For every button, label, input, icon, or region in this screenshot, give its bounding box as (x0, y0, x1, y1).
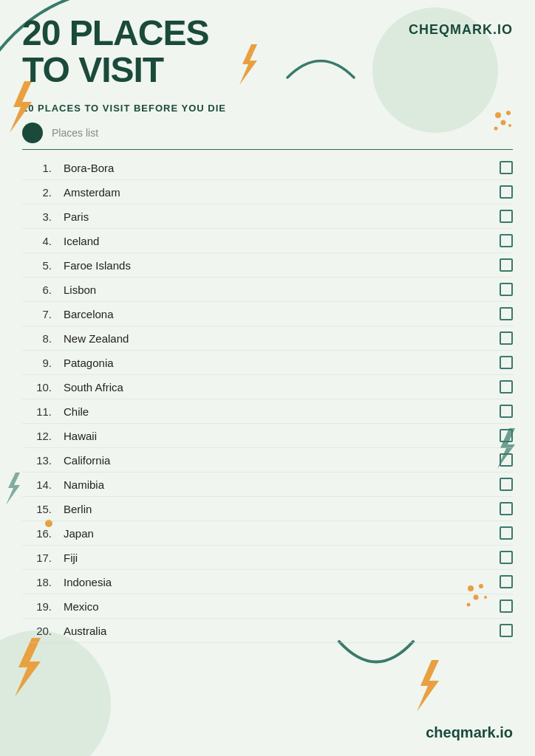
item-checkbox[interactable] (500, 161, 513, 174)
item-number: 10. (22, 381, 52, 394)
item-name: Australia (64, 625, 500, 637)
list-item: 14.Namibia (22, 472, 513, 497)
item-number: 9. (22, 357, 52, 369)
item-number: 8. (22, 332, 52, 345)
item-checkbox[interactable] (500, 356, 513, 369)
list-item: 18.Indonesia (22, 570, 513, 594)
item-number: 17. (22, 551, 52, 564)
item-checkbox[interactable] (500, 526, 513, 540)
page-subtitle: 20 PLACES TO VISIT BEFORE YOU DIE (0, 103, 535, 114)
item-number: 7. (22, 308, 52, 320)
list-item: 10.South Africa (22, 375, 513, 399)
item-checkbox[interactable] (500, 624, 513, 637)
bolt-orange-bottom-right (413, 660, 446, 712)
item-number: 4. (22, 235, 52, 247)
list-item: 19.Mexico (22, 594, 513, 619)
item-checkbox[interactable] (500, 234, 513, 247)
svg-marker-4 (417, 660, 439, 712)
list-item: 5.Faroe Islands (22, 253, 513, 278)
item-checkbox[interactable] (500, 283, 513, 296)
list-item: 12.Hawaii (22, 424, 513, 448)
item-number: 13. (22, 454, 52, 467)
item-number: 2. (22, 186, 52, 199)
brand-header: CHEQMARK.IO (409, 22, 513, 38)
item-number: 1. (22, 162, 52, 174)
item-name: California (64, 454, 500, 467)
item-checkbox[interactable] (500, 210, 513, 223)
item-number: 11. (22, 405, 52, 418)
list-item: 7.Barcelona (22, 302, 513, 326)
list-item: 1.Bora-Bora (22, 156, 513, 180)
brand-footer: cheqmark.io (426, 724, 513, 741)
item-name: Bora-Bora (64, 162, 500, 174)
item-number: 15. (22, 503, 52, 515)
list-item: 17.Fiji (22, 546, 513, 570)
item-name: Berlin (64, 503, 500, 515)
item-number: 18. (22, 576, 52, 588)
item-checkbox[interactable] (500, 551, 513, 564)
item-number: 19. (22, 600, 52, 613)
item-checkbox[interactable] (500, 258, 513, 272)
item-checkbox[interactable] (500, 502, 513, 515)
list-item: 15.Berlin (22, 497, 513, 521)
item-checkbox[interactable] (500, 599, 513, 613)
item-name: New Zealand (64, 332, 500, 345)
list-item: 11.Chile (22, 399, 513, 424)
list-header-dot (22, 123, 43, 143)
item-checkbox[interactable] (500, 307, 513, 320)
list-header: Places list (0, 114, 535, 149)
list-item: 9.Patagonia (22, 351, 513, 375)
list-item: 20.Australia (22, 619, 513, 643)
item-name: Paris (64, 210, 500, 223)
item-name: Chile (64, 405, 500, 418)
list-item: 16.Japan (22, 521, 513, 546)
item-name: Japan (64, 527, 500, 540)
item-name: Barcelona (64, 308, 500, 320)
item-number: 16. (22, 527, 52, 540)
item-name: Patagonia (64, 357, 500, 369)
item-checkbox[interactable] (500, 478, 513, 491)
item-name: Lisbon (64, 284, 500, 296)
list-item: 6.Lisbon (22, 278, 513, 302)
item-number: 6. (22, 284, 52, 296)
list-item: 8.New Zealand (22, 326, 513, 351)
item-checkbox[interactable] (500, 575, 513, 588)
item-number: 14. (22, 478, 52, 491)
item-name: Namibia (64, 478, 500, 491)
item-checkbox[interactable] (500, 380, 513, 394)
list-item: 4.Iceland (22, 229, 513, 253)
item-name: Indonesia (64, 576, 500, 588)
item-checkbox[interactable] (500, 185, 513, 199)
list-header-label: Places list (52, 127, 98, 139)
header: 20 PLACES TO VISIT (0, 0, 535, 97)
item-name: Hawaii (64, 430, 500, 442)
item-name: Iceland (64, 235, 500, 247)
list-item: 2.Amsterdam (22, 180, 513, 205)
item-number: 12. (22, 430, 52, 442)
list-item: 3.Paris (22, 205, 513, 229)
places-list: 1.Bora-Bora2.Amsterdam3.Paris4.Iceland5.… (0, 150, 535, 649)
item-name: Amsterdam (64, 186, 500, 199)
item-checkbox[interactable] (500, 331, 513, 345)
item-name: South Africa (64, 381, 500, 394)
item-number: 3. (22, 210, 52, 223)
item-number: 20. (22, 625, 52, 637)
item-name: Fiji (64, 551, 500, 564)
item-checkbox[interactable] (500, 429, 513, 442)
deco-circle-bottom-left (0, 630, 111, 756)
item-number: 5. (22, 259, 52, 272)
page: CHEQMARK.IO 20 PLACES TO VISIT 20 PLACES… (0, 0, 535, 756)
item-name: Faroe Islands (64, 259, 500, 272)
item-name: Mexico (64, 600, 500, 613)
list-item: 13.California (22, 448, 513, 472)
item-checkbox[interactable] (500, 453, 513, 467)
item-checkbox[interactable] (500, 405, 513, 418)
